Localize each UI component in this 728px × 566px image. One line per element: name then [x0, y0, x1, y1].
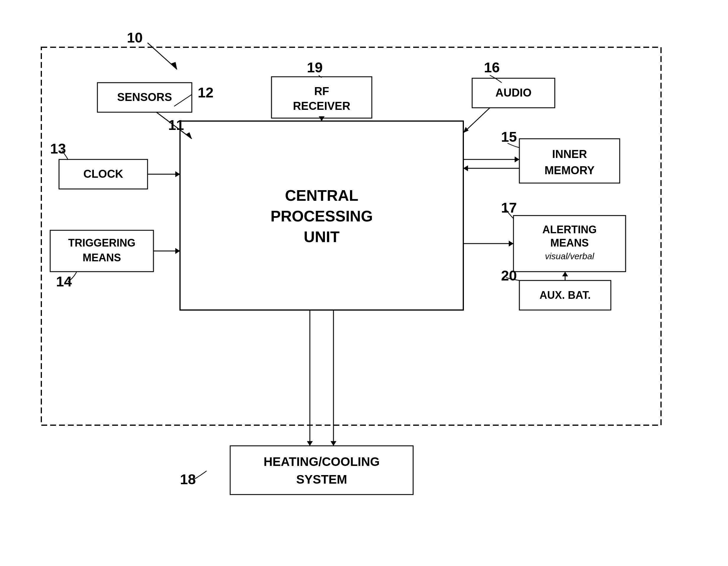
svg-marker-62 — [331, 441, 336, 446]
svg-text:17: 17 — [501, 200, 517, 215]
svg-marker-52 — [463, 165, 468, 171]
svg-marker-54 — [175, 248, 180, 254]
svg-marker-56 — [509, 240, 513, 246]
svg-marker-60 — [307, 441, 313, 446]
svg-rect-12 — [519, 139, 620, 183]
svg-text:SYSTEM: SYSTEM — [296, 472, 347, 486]
svg-text:ALERTING: ALERTING — [542, 223, 597, 235]
svg-text:MEMORY: MEMORY — [544, 164, 595, 176]
svg-marker-42 — [186, 132, 192, 139]
svg-text:MEANS: MEANS — [550, 237, 589, 249]
svg-text:12: 12 — [198, 85, 213, 100]
svg-text:19: 19 — [307, 60, 323, 75]
svg-text:15: 15 — [501, 129, 517, 145]
svg-rect-22 — [519, 280, 611, 310]
ref-10: 10 — [127, 30, 143, 46]
svg-text:visual/verbal: visual/verbal — [545, 251, 595, 261]
svg-text:UNIT: UNIT — [304, 228, 340, 245]
svg-marker-44 — [175, 171, 180, 177]
svg-text:13: 13 — [50, 141, 66, 156]
svg-rect-7 — [271, 77, 372, 118]
svg-text:CENTRAL: CENTRAL — [285, 187, 358, 204]
svg-text:AUDIO: AUDIO — [495, 86, 531, 99]
svg-rect-15 — [50, 230, 153, 271]
diagram-container: 10 SENSORS CLOCK RF RECEIVER AUDIO INNER… — [24, 24, 702, 540]
svg-text:16: 16 — [484, 60, 500, 75]
svg-line-41 — [156, 112, 192, 139]
svg-text:11: 11 — [168, 117, 184, 133]
svg-marker-58 — [562, 271, 568, 276]
svg-rect-5 — [59, 159, 148, 189]
svg-text:RF: RF — [314, 85, 329, 97]
svg-marker-1 — [171, 62, 177, 69]
svg-rect-2 — [41, 47, 661, 425]
svg-text:MEANS: MEANS — [83, 251, 121, 264]
svg-marker-50 — [515, 156, 519, 162]
svg-text:RECEIVER: RECEIVER — [293, 100, 350, 112]
svg-line-0 — [148, 43, 177, 69]
svg-rect-18 — [513, 215, 626, 271]
svg-line-47 — [463, 108, 490, 133]
svg-text:HEATING/COOLING: HEATING/COOLING — [264, 455, 380, 469]
svg-text:INNER: INNER — [552, 148, 587, 160]
svg-rect-24 — [180, 121, 463, 310]
svg-text:20: 20 — [501, 268, 517, 284]
svg-marker-46 — [319, 116, 325, 121]
svg-text:14: 14 — [56, 274, 72, 290]
svg-text:CLOCK: CLOCK — [83, 168, 123, 180]
svg-text:18: 18 — [180, 472, 196, 487]
svg-rect-28 — [230, 446, 413, 495]
svg-text:TRIGGERING: TRIGGERING — [68, 237, 135, 249]
svg-rect-3 — [97, 83, 192, 112]
svg-text:AUX. BAT.: AUX. BAT. — [539, 289, 590, 301]
svg-text:SENSORS: SENSORS — [117, 91, 172, 103]
svg-marker-48 — [463, 127, 469, 133]
svg-rect-10 — [472, 78, 555, 108]
svg-text:PROCESSING: PROCESSING — [271, 207, 373, 225]
arrows-svg: SENSORS CLOCK RF RECEIVER AUDIO INNER ME… — [24, 24, 702, 540]
